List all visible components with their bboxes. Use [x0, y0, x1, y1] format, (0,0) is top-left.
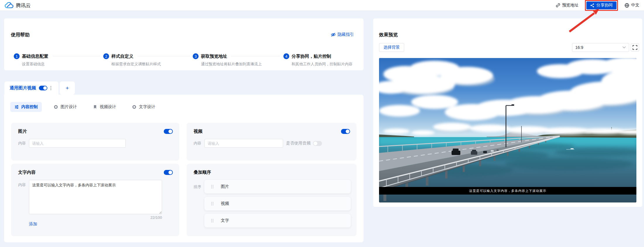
step-2-desc: 根据需求自定义调整贴片样式	[111, 62, 161, 67]
step-1-number: 1	[14, 53, 20, 59]
language-switcher[interactable]: 中文	[624, 3, 639, 8]
tencent-cloud-logo-icon	[5, 2, 13, 8]
aspect-ratio-value: 16:9	[575, 45, 583, 50]
sort-label: 排序	[194, 184, 204, 227]
share-collaborate-label: 分享协同	[596, 3, 613, 8]
step-1: 1 基础信息配置 设置基础信息	[14, 53, 48, 67]
editor-panel: 内容控制 图片设计 视频设计 文字设计 图片 内容	[4, 95, 364, 242]
design-tabs: 内容控制 图片设计 视频设计 文字设计	[4, 95, 364, 112]
step-connector	[53, 56, 100, 56]
step-4-number: 4	[283, 53, 289, 59]
step-3-title: 获取预览地址	[201, 54, 227, 59]
bookmark-icon	[93, 105, 97, 109]
select-background-button[interactable]: 选择背景	[379, 43, 404, 52]
share-collaborate-button[interactable]: 分享协同	[586, 1, 617, 9]
share-icon	[590, 3, 594, 8]
eye-off-icon	[331, 32, 336, 37]
sort-item-text[interactable]: 文字	[204, 214, 351, 227]
globe-icon	[624, 3, 629, 8]
drag-handle-icon[interactable]	[211, 185, 214, 189]
step-3-desc: 通过预览地址将贴片叠加到直播流上	[201, 62, 262, 67]
sort-list: 图片 视频 文字	[204, 180, 351, 227]
fullscreen-icon	[633, 45, 637, 50]
preview-scene-bridge-ocean	[379, 58, 636, 202]
aspect-ratio-select[interactable]: 16:9	[572, 43, 629, 52]
preview-stage: 这里是可以输入文字内容，多条内容上下滚动展示	[379, 58, 636, 202]
sort-item-label: 视频	[221, 201, 229, 206]
kebab-menu-icon[interactable]	[50, 86, 51, 90]
text-toggle[interactable]	[164, 170, 173, 175]
stack-order-card: 叠加顺序 排序 图片	[187, 164, 357, 236]
char-counter: 22/100	[29, 215, 162, 220]
text-card: 文字内容 内容 这里是可以输入文字内容，多条内容上下滚动展示 22/100 添加	[11, 164, 179, 236]
language-label: 中文	[631, 3, 639, 8]
add-text-link[interactable]: 添加	[29, 222, 37, 227]
step-connector	[137, 56, 190, 56]
fullscreen-button[interactable]	[631, 43, 639, 52]
step-2: 2 样式自定义 根据需求自定义调整贴片样式	[103, 53, 161, 67]
sort-item-video[interactable]: 视频	[204, 197, 351, 210]
sort-item-image[interactable]: 图片	[204, 180, 351, 193]
step-connector	[231, 56, 280, 56]
image-card-title: 图片	[18, 129, 27, 134]
step-1-title: 基础信息配置	[22, 54, 48, 59]
tab-text-design-label: 文字设计	[139, 104, 155, 110]
image-toggle[interactable]	[164, 129, 173, 134]
sliders-icon	[14, 105, 19, 109]
tab-video-design-label: 视频设计	[100, 104, 116, 110]
link-icon	[556, 3, 560, 8]
brand: 腾讯云	[5, 2, 31, 9]
step-4-desc: 和其他工作人员协同，控制贴片内容	[292, 62, 352, 67]
text-content-textarea[interactable]: 这里是可以输入文字内容，多条内容上下滚动展示	[29, 180, 162, 214]
add-layer-tab-button[interactable]: +	[60, 81, 75, 95]
layer-tab-general-media[interactable]: 通用图片视频	[4, 81, 58, 95]
drag-handle-icon[interactable]	[211, 219, 214, 223]
tab-content-control[interactable]: 内容控制	[10, 102, 42, 112]
tab-image-design[interactable]: 图片设计	[49, 102, 81, 112]
hide-guide-label: 隐藏指引	[338, 32, 354, 37]
text-card-title: 文字内容	[18, 170, 36, 175]
tab-image-design-label: 图片设计	[61, 104, 77, 110]
tab-text-design[interactable]: 文字设计	[128, 102, 159, 112]
brand-label: 腾讯云	[16, 2, 31, 9]
video-card: 视频 内容 是否使用音频	[187, 123, 357, 161]
text-content-label: 内容	[18, 182, 26, 188]
add-layer-label: +	[66, 85, 69, 91]
hide-guide-link[interactable]: 隐藏指引	[331, 32, 354, 37]
drag-handle-icon[interactable]	[211, 202, 214, 206]
tab-content-control-label: 内容控制	[21, 104, 38, 110]
step-4: 4 分享协同，贴片控制 和其他工作人员协同，控制贴片内容	[283, 53, 352, 67]
step-3: 3 获取预览地址 通过预览地址将贴片叠加到直播流上	[193, 53, 262, 67]
preview-address-link[interactable]: 预览地址	[556, 3, 578, 8]
preview-title: 效果预览	[373, 18, 642, 38]
video-content-label: 内容	[194, 141, 202, 146]
order-card-title: 叠加顺序	[194, 170, 211, 175]
step-3-number: 3	[193, 53, 199, 59]
use-audio-toggle[interactable]	[313, 141, 322, 146]
step-2-title: 样式自定义	[111, 54, 133, 59]
image-content-label: 内容	[18, 141, 26, 146]
ring-icon	[54, 105, 58, 109]
top-navbar: 腾讯云 预览地址 分享协同	[0, 0, 644, 11]
video-card-title: 视频	[194, 129, 202, 134]
text-overlay-bar: 这里是可以输入文字内容，多条内容上下滚动展示	[379, 187, 636, 195]
effect-preview-card: 效果预览 选择背景 16:9	[373, 18, 642, 207]
overlay-text: 这里是可以输入文字内容，多条内容上下滚动展示	[469, 189, 546, 193]
layer-tab-label: 通用图片视频	[10, 85, 36, 91]
ring-icon	[132, 105, 137, 109]
tab-video-design[interactable]: 视频设计	[89, 102, 120, 112]
chevron-down-icon	[622, 46, 626, 49]
usage-help-card: 使用帮助 隐藏指引 1 基础信息配置 设置基础信息 2 样式自定义 根据需求自定…	[4, 18, 364, 70]
step-4-title: 分享协同，贴片控制	[292, 54, 331, 59]
step-1-desc: 设置基础信息	[22, 62, 48, 67]
annotation-highlight-box: 分享协同	[585, 0, 618, 11]
video-content-input[interactable]	[204, 139, 283, 148]
help-title: 使用帮助	[11, 32, 30, 38]
layer-enable-toggle[interactable]	[39, 86, 47, 91]
step-2-number: 2	[103, 53, 109, 59]
preview-address-label: 预览地址	[562, 3, 578, 8]
image-card: 图片 内容	[11, 123, 179, 161]
video-toggle[interactable]	[341, 129, 350, 134]
image-content-input[interactable]	[29, 139, 126, 148]
sort-item-label: 图片	[221, 184, 229, 189]
